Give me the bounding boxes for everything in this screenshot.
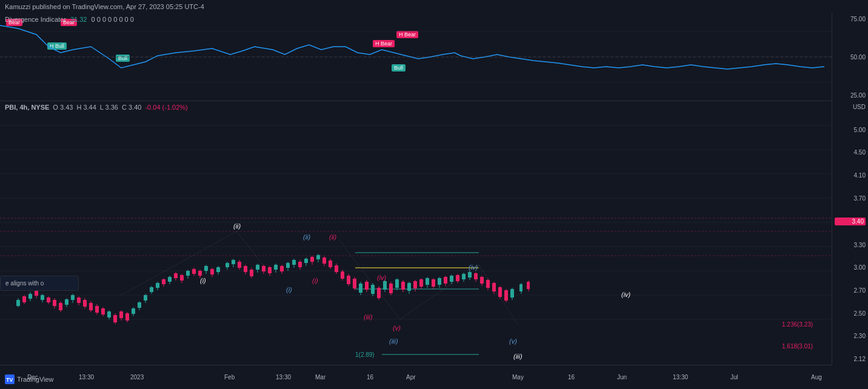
svg-rect-158 — [438, 278, 441, 285]
svg-text:(i): (i) — [286, 286, 292, 293]
svg-text:(i): (i) — [200, 277, 206, 284]
indicator-panel: Divergence Indicator 31.32 0 0 0 0 0 0 0… — [0, 13, 832, 101]
price-3-4-current: 3.40 — [835, 218, 866, 225]
svg-text:(iii): (iii) — [513, 353, 522, 360]
svg-text:(iii): (iii) — [364, 313, 373, 321]
svg-rect-46 — [95, 306, 99, 313]
svg-rect-128 — [347, 276, 350, 284]
svg-rect-176 — [492, 283, 496, 291]
svg-rect-84 — [210, 269, 214, 274]
indicator-label: Divergence Indicator 31.32 0 0 0 0 0 0 0… — [5, 16, 134, 23]
tv-logo: TV TradingView — [5, 374, 54, 384]
svg-rect-120 — [322, 258, 326, 264]
svg-rect-82 — [204, 266, 208, 271]
time-mar: Mar — [315, 374, 326, 381]
svg-rect-76 — [186, 271, 190, 276]
price-3-0: 3.00 — [835, 264, 866, 271]
svg-rect-90 — [232, 260, 235, 264]
time-feb: Feb — [224, 374, 235, 381]
price-axis-indicator: 75.00 50.00 25.00 — [832, 13, 868, 101]
time-axis: Dec 13:30 2023 Feb 13:30 Mar 16 Apr May … — [0, 365, 832, 389]
svg-rect-130 — [353, 279, 356, 288]
svg-rect-20 — [16, 300, 20, 306]
svg-rect-80 — [198, 271, 202, 276]
svg-rect-54 — [119, 311, 123, 318]
svg-rect-154 — [426, 278, 429, 285]
indicator-dots: 0 0 0 0 0 0 0 0 — [92, 16, 134, 23]
svg-text:(v): (v) — [509, 337, 517, 345]
svg-rect-48 — [101, 308, 105, 314]
svg-rect-134 — [365, 282, 369, 290]
svg-rect-22 — [22, 296, 26, 302]
svg-rect-88 — [225, 263, 229, 267]
svg-rect-126 — [341, 271, 344, 279]
svg-text:(iv): (iv) — [621, 291, 631, 298]
svg-rect-178 — [498, 287, 502, 297]
symbol: PBI, 4h, NYSE — [5, 104, 49, 111]
svg-rect-182 — [510, 289, 514, 298]
main-chart[interactable]: PBI, 4h, NYSE O 3.43 H 3.44 L 3.36 C 3.4… — [0, 101, 832, 365]
svg-rect-156 — [432, 279, 435, 287]
svg-rect-142 — [389, 284, 393, 293]
svg-rect-72 — [174, 273, 178, 278]
tooltip-text: e aligns with o — [5, 280, 44, 287]
svg-rect-92 — [238, 262, 241, 268]
svg-rect-186 — [527, 282, 530, 289]
svg-text:(iii): (iii) — [389, 337, 398, 345]
price-axis-main: USD 5.00 4.50 4.10 3.70 3.40 3.30 3.00 2… — [832, 101, 868, 365]
svg-rect-26 — [35, 290, 38, 296]
time-16-1: 16 — [367, 374, 373, 381]
time-16-2: 16 — [568, 374, 575, 381]
svg-rect-162 — [450, 276, 453, 282]
time-jul: Jul — [730, 374, 738, 381]
svg-text:(ii): (ii) — [233, 222, 241, 230]
main-chart-label: PBI, 4h, NYSE O 3.43 H 3.44 L 3.36 C 3.4… — [5, 104, 188, 111]
tv-logo-icon: TV — [5, 374, 15, 384]
svg-rect-70 — [168, 277, 172, 282]
svg-rect-36 — [65, 299, 68, 305]
price-2-3: 2.30 — [835, 333, 866, 339]
svg-rect-56 — [125, 313, 129, 321]
main-chart-svg: (i) (ii) (i) (ii) (i) (ii) (iii) (iv) (v… — [0, 101, 832, 365]
svg-rect-58 — [132, 308, 135, 314]
svg-rect-148 — [407, 283, 411, 291]
svg-text:TV: TV — [6, 377, 13, 383]
price-3-7: 3.70 — [835, 195, 866, 202]
svg-text:(ii): (ii) — [329, 233, 337, 241]
svg-rect-52 — [113, 315, 117, 322]
svg-rect-102 — [268, 267, 272, 273]
svg-rect-166 — [462, 274, 466, 279]
svg-rect-170 — [474, 273, 478, 279]
price-50: 50.00 — [835, 54, 866, 61]
svg-rect-114 — [304, 259, 308, 263]
svg-rect-42 — [83, 300, 87, 307]
svg-rect-38 — [71, 295, 75, 300]
indicator-svg — [0, 13, 832, 101]
svg-rect-180 — [504, 290, 508, 301]
svg-rect-116 — [310, 257, 314, 262]
svg-rect-94 — [244, 266, 247, 272]
time-1330-2: 13:30 — [276, 374, 291, 381]
price-4-5: 4.50 — [835, 149, 866, 156]
svg-rect-34 — [59, 303, 62, 310]
svg-rect-104 — [274, 265, 278, 270]
time-2023: 2023 — [130, 374, 144, 381]
time-jun: Jun — [617, 374, 627, 381]
price-3-3: 3.30 — [835, 242, 866, 248]
indicator-value: 31.32 — [70, 16, 87, 23]
ohlc-high: H 3.44 — [76, 104, 96, 111]
price-5: 5.00 — [835, 127, 866, 133]
svg-rect-60 — [138, 302, 141, 308]
svg-text:(v): (v) — [393, 324, 401, 331]
svg-rect-66 — [156, 283, 159, 288]
header: Kamuzzi published on TradingView.com, Ap… — [0, 0, 868, 13]
svg-rect-184 — [519, 284, 522, 291]
price-75: 75.00 — [835, 16, 866, 22]
svg-rect-122 — [329, 261, 332, 267]
time-1330-1: 13:30 — [79, 374, 94, 381]
svg-rect-168 — [468, 272, 472, 278]
svg-rect-172 — [480, 277, 484, 284]
svg-rect-62 — [144, 295, 147, 301]
svg-rect-50 — [107, 311, 111, 318]
tooltip-box: e aligns with o — [0, 276, 79, 291]
